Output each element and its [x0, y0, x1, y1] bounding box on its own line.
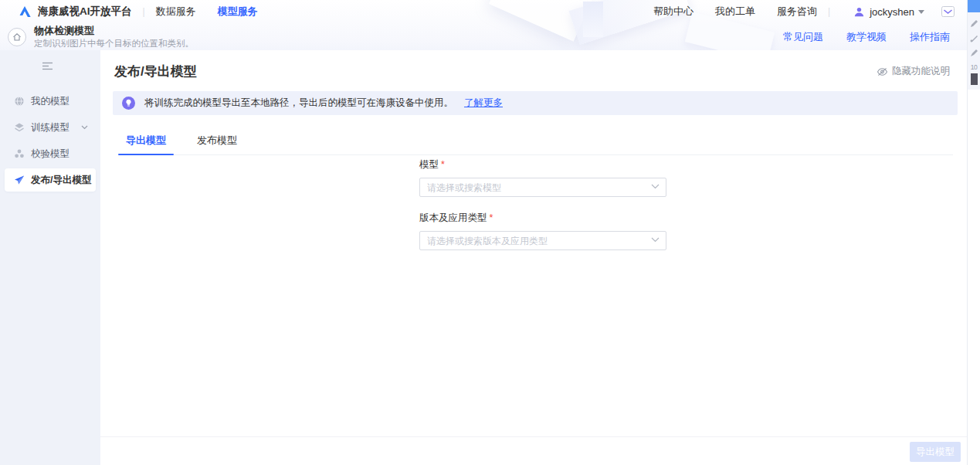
version-field-label: 版本及应用类型*: [419, 212, 666, 225]
top-bar: 海康威视AI开放平台 | 数据服务 模型服务 帮助中心 我的工单 服务咨询 | …: [0, 0, 967, 23]
header: 海康威视AI开放平台 | 数据服务 模型服务 帮助中心 我的工单 服务咨询 | …: [0, 0, 967, 50]
page-title-row: 发布/导出模型 隐藏功能说明: [100, 50, 967, 90]
edge-panel-header: [968, 0, 980, 12]
export-form: 模型* 版本及应用类型*: [419, 158, 666, 265]
module-info: 物体检测模型 定制识别图片中每个目标的位置和类别。: [34, 25, 194, 49]
divider: |: [828, 6, 830, 17]
main-content: 发布/导出模型 隐藏功能说明 将训练完成的模型导出至本地路径，导出后的模型可在海…: [100, 50, 967, 465]
sidebar-item-publish-export[interactable]: 发布/导出模型: [5, 168, 96, 192]
sidebar-menu: 我的模型 训练模型 校验模型: [0, 90, 100, 192]
export-model-button[interactable]: 导出模型: [910, 442, 961, 462]
nav-model-service[interactable]: 模型服务: [218, 5, 258, 19]
brand-name: 海康威视AI开放平台: [38, 5, 132, 19]
sidebar-item-label: 训练模型: [31, 121, 70, 134]
sidebar-item-train-models[interactable]: 训练模型: [5, 116, 96, 139]
learn-more-link[interactable]: 了解更多: [464, 97, 503, 110]
version-select-input[interactable]: [419, 231, 666, 250]
my-tickets-link[interactable]: 我的工单: [715, 5, 755, 19]
hide-help-toggle[interactable]: 隐藏功能说明: [877, 65, 950, 78]
model-select[interactable]: [419, 178, 666, 197]
faq-link[interactable]: 常见问题: [783, 30, 823, 44]
layers-icon: [14, 122, 25, 133]
mail-icon[interactable]: [941, 6, 955, 17]
model-select-input[interactable]: [419, 178, 666, 197]
operation-guide-link[interactable]: 操作指南: [910, 30, 950, 44]
eye-off-icon: [877, 67, 888, 76]
user-name: jockyshen: [870, 6, 914, 18]
tab-export-model[interactable]: 导出模型: [126, 127, 166, 154]
edge-panel-tools: 10: [968, 12, 980, 90]
hide-help-label: 隐藏功能说明: [892, 65, 950, 78]
top-bar-right: 帮助中心 我的工单 服务咨询 | jockyshen: [653, 5, 967, 19]
sphere-icon: [14, 96, 25, 107]
required-asterisk: *: [490, 212, 493, 223]
sidebar-item-verify-models[interactable]: 校验模型: [5, 142, 96, 165]
module-subtitle: 定制识别图片中每个目标的位置和类别。: [34, 38, 194, 49]
field-label-text: 模型: [419, 159, 439, 170]
service-consult-link[interactable]: 服务咨询: [777, 5, 817, 19]
form-footer: 导出模型: [100, 436, 967, 465]
nav-data-service[interactable]: 数据服务: [156, 5, 196, 19]
home-icon[interactable]: [8, 28, 26, 46]
page-title: 发布/导出模型: [114, 63, 197, 80]
marker-icon[interactable]: [970, 49, 978, 57]
sidebar-item-label: 我的模型: [31, 95, 70, 108]
caret-down-icon: [918, 10, 924, 14]
tutorial-video-link[interactable]: 教学视频: [846, 30, 887, 44]
pencil-icon[interactable]: [970, 19, 978, 28]
user-menu[interactable]: jockyshen: [853, 6, 924, 18]
sidebar-item-label: 校验模型: [31, 148, 70, 161]
brand-logo-icon: [19, 5, 32, 18]
app-root: 海康威视AI开放平台 | 数据服务 模型服务 帮助中心 我的工单 服务咨询 | …: [0, 0, 980, 465]
chevron-down-icon[interactable]: [81, 125, 88, 130]
brush-icon[interactable]: [970, 34, 978, 42]
sidebar: 我的模型 训练模型 校验模型: [0, 50, 100, 465]
module-bar: 物体检测模型 定制识别图片中每个目标的位置和类别。 常见问题 教学视频 操作指南: [0, 23, 967, 50]
info-banner: 将训练完成的模型导出至本地路径，导出后的模型可在海康设备中使用。 了解更多: [113, 91, 958, 115]
model-field-label: 模型*: [419, 158, 666, 171]
edge-tool-panel: 10: [967, 0, 980, 465]
sidebar-item-label: 发布/导出模型: [31, 174, 91, 187]
banner-text: 将训练完成的模型导出至本地路径，导出后的模型可在海康设备中使用。: [144, 97, 453, 110]
module-bar-links: 常见问题 教学视频 操作指南: [783, 30, 967, 44]
bulb-icon: [122, 97, 135, 110]
version-field-group: 版本及应用类型*: [419, 212, 666, 250]
field-label-text: 版本及应用类型: [419, 212, 487, 223]
menu-fold-icon[interactable]: [42, 62, 53, 70]
module-title: 物体检测模型: [34, 25, 194, 37]
help-center-link[interactable]: 帮助中心: [653, 5, 693, 19]
sidebar-item-my-models[interactable]: 我的模型: [5, 90, 96, 113]
required-asterisk: *: [441, 159, 445, 170]
tab-publish-model[interactable]: 发布模型: [197, 127, 237, 154]
body: 我的模型 训练模型 校验模型: [0, 50, 967, 465]
avatar-icon: [853, 6, 865, 18]
edge-size-value: 10: [968, 63, 980, 71]
tab-bar: 导出模型 发布模型: [126, 127, 953, 155]
divider: |: [143, 6, 145, 17]
paper-plane-icon: [14, 175, 25, 185]
version-select[interactable]: [419, 231, 666, 250]
edge-color-swatch[interactable]: [971, 73, 978, 85]
cluster-icon: [14, 148, 25, 159]
model-field-group: 模型*: [419, 158, 666, 197]
